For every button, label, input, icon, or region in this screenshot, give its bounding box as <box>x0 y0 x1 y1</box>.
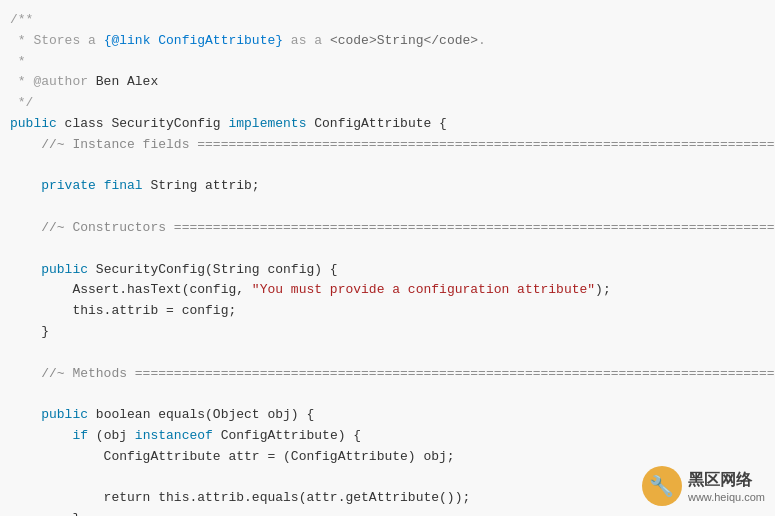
code-token: String attrib; <box>143 176 260 197</box>
code-token: ConfigAttribute <box>314 114 431 135</box>
watermark-url: www.heiqu.com <box>688 491 765 503</box>
code-line: //~ Methods ============================… <box>10 364 775 385</box>
code-token: public <box>41 260 88 281</box>
code-line: /** <box>10 10 775 31</box>
code-token: {@link ConfigAttribute} <box>104 31 283 52</box>
code-line: public class SecurityConfig implements C… <box>10 114 775 135</box>
code-token: //~ Methods ============================… <box>10 364 775 385</box>
code-token: private <box>41 176 96 197</box>
code-token: boolean equals(Object obj) { <box>88 405 314 426</box>
code-line <box>10 384 775 405</box>
code-line: * Stores a {@link ConfigAttribute} as a … <box>10 31 775 52</box>
code-token: public <box>41 405 88 426</box>
watermark: 🔧 黑区网络 www.heiqu.com <box>642 466 765 506</box>
code-line: * <box>10 52 775 73</box>
code-token: Ben Alex <box>88 72 158 93</box>
code-token: final <box>104 176 143 197</box>
code-token <box>96 176 104 197</box>
code-token: /** <box>10 10 33 31</box>
code-viewer: /** * Stores a {@link ConfigAttribute} a… <box>0 0 775 516</box>
code-line: if (obj instanceof ConfigAttribute) { <box>10 426 775 447</box>
code-token: <code>String</code> <box>330 31 478 52</box>
watermark-text: 黑区网络 www.heiqu.com <box>688 470 765 503</box>
code-token: SecurityConfig(String config) { <box>88 260 338 281</box>
code-line: Assert.hasText(config, "You must provide… <box>10 280 775 301</box>
code-token: Assert.hasText(config, <box>10 280 252 301</box>
code-token: "You must provide a configuration attrib… <box>252 280 595 301</box>
code-line: this.attrib = config; <box>10 301 775 322</box>
code-token: implements <box>221 114 315 135</box>
code-token: instanceof <box>135 426 213 447</box>
code-token: * @author <box>10 72 88 93</box>
watermark-title: 黑区网络 <box>688 470 752 491</box>
code-token: SecurityConfig <box>111 114 220 135</box>
code-token: if <box>72 426 88 447</box>
code-line: private final String attrib; <box>10 176 775 197</box>
watermark-icon: 🔧 <box>642 466 682 506</box>
code-line: public SecurityConfig(String config) { <box>10 260 775 281</box>
code-token <box>10 405 41 426</box>
code-token: (obj <box>88 426 135 447</box>
code-line: public boolean equals(Object obj) { <box>10 405 775 426</box>
code-token: //~ Constructors =======================… <box>10 218 775 239</box>
code-line <box>10 343 775 364</box>
code-line: //~ Instance fields ====================… <box>10 135 775 156</box>
code-line: } <box>10 509 775 516</box>
code-token: this.attrib = config; <box>10 301 236 322</box>
code-token: { <box>431 114 447 135</box>
code-token: public <box>10 114 57 135</box>
code-line: ConfigAttribute attr = (ConfigAttribute)… <box>10 447 775 468</box>
code-token: return this.attrib.equals(attr.getAttrib… <box>10 488 470 509</box>
code-line: } <box>10 322 775 343</box>
code-token: */ <box>10 93 33 114</box>
code-token: ConfigAttribute attr = (ConfigAttribute)… <box>10 447 455 468</box>
code-token: * Stores a <box>10 31 104 52</box>
code-token: * <box>10 52 26 73</box>
code-token: } <box>10 322 49 343</box>
code-line <box>10 239 775 260</box>
code-token: . <box>478 31 486 52</box>
code-token <box>10 260 41 281</box>
code-token: //~ Instance fields ====================… <box>10 135 775 156</box>
code-token: } <box>10 509 80 516</box>
code-token: ); <box>595 280 611 301</box>
code-token <box>10 176 41 197</box>
code-token: as a <box>283 31 330 52</box>
code-token <box>10 426 72 447</box>
code-line: * @author Ben Alex <box>10 72 775 93</box>
code-token: ConfigAttribute) { <box>213 426 361 447</box>
code-token: class <box>57 114 112 135</box>
code-line <box>10 197 775 218</box>
code-line <box>10 156 775 177</box>
code-line: //~ Constructors =======================… <box>10 218 775 239</box>
code-line: */ <box>10 93 775 114</box>
